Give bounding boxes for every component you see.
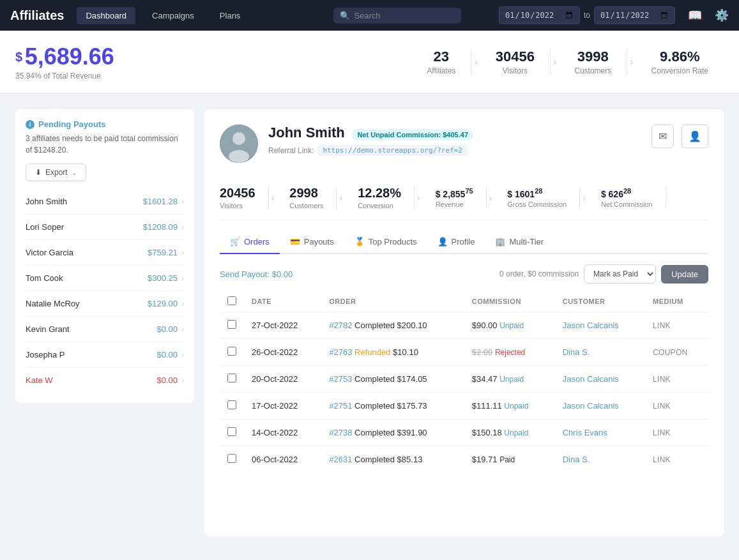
customer-link[interactable]: Dina S. bbox=[563, 455, 590, 464]
order-number-link[interactable]: #2753 bbox=[329, 374, 352, 384]
tab-top-products[interactable]: 🏅Top Products bbox=[344, 231, 427, 254]
download-icon: ⬇ bbox=[35, 168, 42, 177]
tab-orders[interactable]: 🛒Orders bbox=[220, 231, 280, 254]
affiliate-item-commission: $0.00 bbox=[156, 350, 178, 359]
th-order: ORDER bbox=[321, 291, 464, 312]
affiliate-list-item[interactable]: Tom Cook $300.25 › bbox=[26, 266, 184, 291]
search-icon: 🔍 bbox=[340, 11, 350, 20]
order-amount: $200.10 bbox=[397, 321, 427, 330]
row-checkbox[interactable] bbox=[227, 374, 236, 382]
affiliate-list-item[interactable]: Josepha P $0.00 › bbox=[26, 342, 184, 368]
medium-label: LINK bbox=[653, 375, 671, 384]
chevron-right-icon: › bbox=[181, 197, 184, 206]
update-button[interactable]: Update bbox=[661, 265, 708, 284]
th-checkbox bbox=[220, 291, 244, 312]
chevron-right-icon: › bbox=[181, 248, 184, 257]
medium-label: LINK bbox=[653, 455, 671, 464]
row-checkbox[interactable] bbox=[227, 320, 236, 329]
aff-visitors-label: Visitors bbox=[220, 202, 255, 209]
affiliate-list-item[interactable]: Victor Garcia $759.21 › bbox=[26, 240, 184, 266]
aff-conversion-label: Conversion bbox=[358, 202, 401, 209]
row-customer: Dina S. bbox=[555, 339, 645, 366]
tab-label: Orders bbox=[244, 237, 270, 246]
row-checkbox[interactable] bbox=[227, 454, 236, 463]
th-date: DATE bbox=[244, 291, 321, 312]
dollar-sign: $ bbox=[15, 50, 22, 64]
tab-profile[interactable]: 👤Profile bbox=[427, 231, 485, 254]
settings-icon[interactable]: ⚙️ bbox=[715, 8, 729, 22]
row-checkbox[interactable] bbox=[227, 400, 236, 409]
customer-link[interactable]: Jason Calcanis bbox=[563, 321, 619, 330]
avatar bbox=[220, 125, 258, 163]
table-row: 26-Oct-2022 #2763 Refunded $10.10 $2.00 … bbox=[220, 339, 708, 366]
affiliate-list-item[interactable]: Natalie McRoy $129.00 › bbox=[26, 291, 184, 317]
customer-link[interactable]: Jason Calcanis bbox=[563, 401, 619, 411]
affiliate-list-item[interactable]: Kevin Grant $0.00 › bbox=[26, 317, 184, 342]
tab-payouts[interactable]: 💳Payouts bbox=[280, 231, 344, 254]
row-medium: LINK bbox=[645, 420, 708, 446]
export-button[interactable]: ⬇ Export ⌄ bbox=[26, 163, 86, 181]
row-customer: Chris Evans bbox=[555, 420, 645, 446]
order-number-link[interactable]: #2751 bbox=[329, 401, 352, 411]
aff-customers-number: 2998 bbox=[289, 186, 323, 201]
affiliate-list-item[interactable]: John Smith $1601.28 › bbox=[26, 189, 184, 215]
profile-button[interactable]: 👤 bbox=[682, 125, 708, 148]
order-number-link[interactable]: #2631 bbox=[329, 455, 352, 464]
customer-link[interactable]: Dina S. bbox=[563, 347, 590, 357]
chevron-right-icon: › bbox=[181, 376, 184, 385]
affiliate-item-name: Victor Garcia bbox=[26, 248, 73, 257]
affiliate-list-item[interactable]: Lori Soper $1208.09 › bbox=[26, 215, 184, 240]
row-checkbox[interactable] bbox=[227, 347, 236, 356]
chevron-right-icon: › bbox=[181, 351, 184, 359]
nav-plans[interactable]: Plans bbox=[211, 7, 250, 24]
affiliate-item-commission: $0.00 bbox=[156, 375, 178, 385]
aff-stat-gross-commission: $ 160128 Gross Commission bbox=[494, 187, 580, 208]
tab-multi-tier[interactable]: 🏢Multi-Tier bbox=[485, 231, 554, 254]
aff-visitors-number: 20456 bbox=[220, 186, 255, 201]
book-icon[interactable]: 📖 bbox=[688, 8, 702, 22]
app-header: Affiliates Dashboard Campaigns Plans 🔍 t… bbox=[0, 0, 739, 31]
date-range: to bbox=[499, 6, 675, 24]
email-button[interactable]: ✉ bbox=[651, 125, 674, 148]
send-payout-link[interactable]: Send Payout: $0.00 bbox=[220, 269, 293, 279]
row-customer: Jason Calcanis bbox=[555, 393, 645, 420]
medium-label: LINK bbox=[653, 402, 671, 411]
row-commission: $111.11 Unpaid bbox=[464, 393, 555, 420]
mark-paid-select[interactable]: Mark as Paid bbox=[584, 264, 656, 284]
chevron-right-icon: › bbox=[181, 274, 184, 283]
row-commission: $34.47 Unpaid bbox=[464, 366, 555, 393]
date-from-input[interactable] bbox=[499, 6, 580, 24]
stat-items: 23 Affiliates › 30456 Visitors › 3998 Cu… bbox=[411, 49, 724, 75]
tab-icon: 🏅 bbox=[354, 237, 365, 246]
referral-link: https://demo.storeapps.org/?ref=2 bbox=[317, 145, 468, 156]
customer-link[interactable]: Jason Calcanis bbox=[563, 374, 619, 384]
row-medium: LINK bbox=[645, 446, 708, 473]
affiliate-item-name: Kate W bbox=[26, 375, 53, 385]
row-checkbox[interactable] bbox=[227, 427, 236, 436]
detail-panel: John Smith Net Unpaid Commission: $405.4… bbox=[204, 109, 724, 536]
aff-arrow-4: › bbox=[487, 193, 495, 203]
stat-affiliates: 23 Affiliates bbox=[411, 49, 471, 75]
order-number-link[interactable]: #2763 bbox=[329, 347, 352, 357]
row-order: #2782 Completed $200.10 bbox=[321, 312, 464, 339]
order-number-link[interactable]: #2738 bbox=[329, 428, 352, 437]
row-order: #2763 Refunded $10.10 bbox=[321, 339, 464, 366]
date-to-input[interactable] bbox=[594, 6, 675, 24]
search-input[interactable] bbox=[354, 11, 455, 20]
affiliate-list-item[interactable]: Kate W $0.00 › bbox=[26, 368, 184, 393]
stats-bar: $ 5,689.66 35.94% of Total Revenue 23 Af… bbox=[0, 31, 739, 94]
nav-campaigns[interactable]: Campaigns bbox=[143, 7, 203, 24]
row-date: 06-Oct-2022 bbox=[244, 446, 321, 473]
aff-arrow-5: › bbox=[580, 193, 588, 203]
customer-link[interactable]: Chris Evans bbox=[563, 428, 607, 437]
order-number-link[interactable]: #2782 bbox=[329, 321, 352, 330]
affiliate-item-name: Tom Cook bbox=[26, 273, 63, 283]
affiliate-name: John Smith bbox=[268, 125, 345, 140]
nav-dashboard[interactable]: Dashboard bbox=[77, 7, 135, 24]
customers-label: Customers bbox=[574, 66, 611, 75]
aff-revenue-label: Revenue bbox=[436, 201, 473, 208]
select-all-checkbox[interactable] bbox=[227, 296, 236, 305]
affiliate-item-commission: $129.00 bbox=[148, 299, 178, 308]
aff-revenue-amount: $ 2,85575 bbox=[436, 187, 473, 199]
medium-label: LINK bbox=[653, 428, 671, 437]
